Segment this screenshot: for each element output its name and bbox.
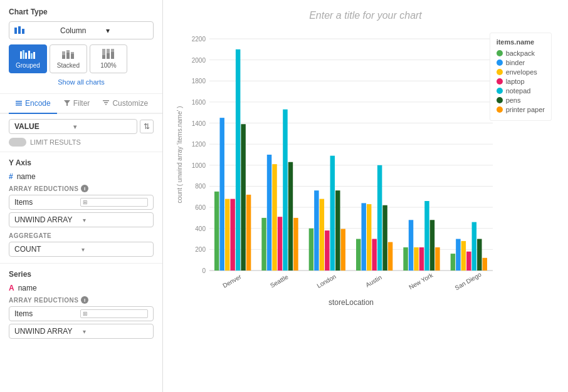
column-icon [14, 25, 56, 36]
limit-toggle[interactable] [9, 138, 26, 147]
svg-rect-63 [267, 155, 271, 271]
svg-rect-67 [288, 162, 293, 271]
chart-container: 0200400600800100012001400160018002000220… [173, 26, 558, 382]
tab-encode[interactable]: Encode [9, 94, 57, 114]
svg-rect-56 [225, 199, 229, 271]
legend-item: backpack [497, 49, 545, 57]
chart-type-arrow-icon: ▾ [106, 26, 148, 35]
customize-icon [102, 99, 110, 108]
legend-item: laptop [497, 78, 545, 85]
stacked-button[interactable]: Stacked [50, 44, 87, 73]
tab-customize[interactable]: Customize [96, 94, 154, 114]
stacked-icon [61, 49, 76, 61]
legend-item-label: envelopes [506, 68, 537, 76]
y-axis-section: Y Axis # name ARRAY REDUCTIONS i Items ⊞… [0, 152, 162, 264]
svg-rect-99 [477, 239, 481, 271]
svg-rect-23 [16, 105, 22, 106]
legend-color-dot [497, 50, 503, 56]
legend-title: items.name [497, 38, 545, 46]
svg-rect-66 [283, 110, 287, 271]
value-label: VALUE [14, 122, 73, 131]
count-arrow-icon: ▾ [82, 246, 149, 253]
svg-rect-89 [419, 247, 424, 271]
value-row: VALUE ▾ ⇅ [9, 119, 154, 134]
series-unwind-array-dropdown[interactable]: UNWIND ARRAY ▾ [9, 324, 154, 339]
tab-filter[interactable]: Filter [57, 94, 97, 114]
chart-title[interactable]: Enter a title for your chart [173, 10, 558, 21]
series-array-reductions-info-icon[interactable]: i [81, 296, 88, 304]
svg-rect-76 [341, 229, 345, 271]
legend-items-container: backpackbinderenvelopeslaptopnotepadpens… [497, 49, 545, 113]
chart-type-selected: Column [60, 26, 102, 35]
aggregate-label: AGGREGATE [9, 232, 154, 239]
unwind-arrow-icon: ▾ [83, 217, 149, 224]
legend-item-label: printer paper [506, 106, 545, 113]
chart-type-dropdown[interactable]: Column ▾ [9, 21, 154, 39]
svg-rect-8 [33, 52, 35, 59]
array-reductions-info-icon[interactable]: i [81, 185, 88, 192]
svg-rect-79 [361, 203, 366, 271]
legend-item-label: backpack [506, 49, 535, 57]
chart-type-section: Chart Type Column ▾ Grouped [0, 0, 162, 94]
items-dropdown[interactable]: Items ⊞ [9, 195, 154, 210]
items-label: Items [14, 198, 78, 207]
svg-text:2000: 2000 [192, 57, 206, 64]
svg-rect-27 [105, 104, 107, 105]
svg-rect-78 [356, 239, 360, 271]
svg-rect-14 [71, 52, 74, 54]
svg-text:0: 0 [202, 267, 206, 274]
svg-rect-95 [456, 239, 460, 271]
svg-rect-57 [230, 199, 234, 271]
grouped-icon [20, 49, 35, 61]
grouped-label: Grouped [16, 62, 40, 69]
tab-customize-label: Customize [112, 99, 148, 108]
array-reductions-label: ARRAY REDUCTIONS i [9, 185, 154, 192]
unwind-array-dropdown[interactable]: UNWIND ARRAY ▾ [9, 212, 154, 227]
svg-rect-88 [414, 247, 418, 271]
svg-rect-3 [20, 51, 22, 59]
items-expand-icon[interactable]: ⊞ [80, 198, 149, 207]
series-items-dropdown[interactable]: Items ⊞ [9, 306, 154, 321]
value-dropdown[interactable]: VALUE ▾ [9, 119, 137, 134]
svg-rect-16 [102, 55, 105, 59]
svg-rect-54 [214, 192, 219, 271]
chart-buttons-row: Grouped Stacked 100% [9, 44, 154, 73]
series-items-expand-icon[interactable]: ⊞ [80, 309, 149, 318]
show-all-charts-link[interactable]: Show all charts [9, 78, 154, 86]
svg-rect-4 [23, 50, 24, 59]
100percent-button[interactable]: 100% [90, 44, 127, 73]
svg-rect-86 [403, 247, 408, 271]
svg-rect-6 [28, 51, 30, 59]
series-items-label: Items [14, 309, 78, 318]
hash-icon: # [9, 172, 13, 181]
legend-item: binder [497, 59, 545, 66]
count-label: COUNT [14, 245, 82, 254]
legend-item: printer paper [497, 106, 545, 113]
unwind-array-label: UNWIND ARRAY [14, 215, 80, 224]
svg-rect-59 [241, 124, 245, 271]
limit-label: LIMIT RESULTS [30, 138, 81, 146]
svg-rect-60 [246, 195, 251, 271]
left-panel: Chart Type Column ▾ Grouped [0, 0, 163, 392]
chart-type-select-row: Column ▾ [9, 21, 154, 39]
svg-rect-18 [107, 53, 110, 59]
series-field-name: name [18, 284, 37, 292]
count-dropdown[interactable]: COUNT ▾ [9, 242, 154, 257]
series-field-row: A name [9, 284, 154, 292]
100percent-label: 100% [100, 62, 117, 69]
chart-type-label: Chart Type [9, 8, 154, 16]
sort-button[interactable]: ⇅ [140, 120, 154, 133]
legend-color-dot [497, 69, 503, 75]
svg-rect-9 [62, 55, 65, 59]
series-section: Series A name ARRAY REDUCTIONS i Items ⊞… [0, 264, 162, 345]
svg-rect-13 [71, 54, 74, 59]
svg-rect-65 [278, 217, 282, 271]
svg-rect-7 [31, 53, 33, 59]
svg-rect-22 [16, 103, 22, 104]
y-axis-field-row: # name [9, 172, 154, 181]
svg-text:400: 400 [195, 225, 206, 232]
grouped-button[interactable]: Grouped [9, 44, 47, 73]
svg-rect-94 [451, 254, 455, 271]
svg-rect-55 [219, 118, 224, 271]
series-unwind-arrow-icon: ▾ [83, 328, 149, 335]
